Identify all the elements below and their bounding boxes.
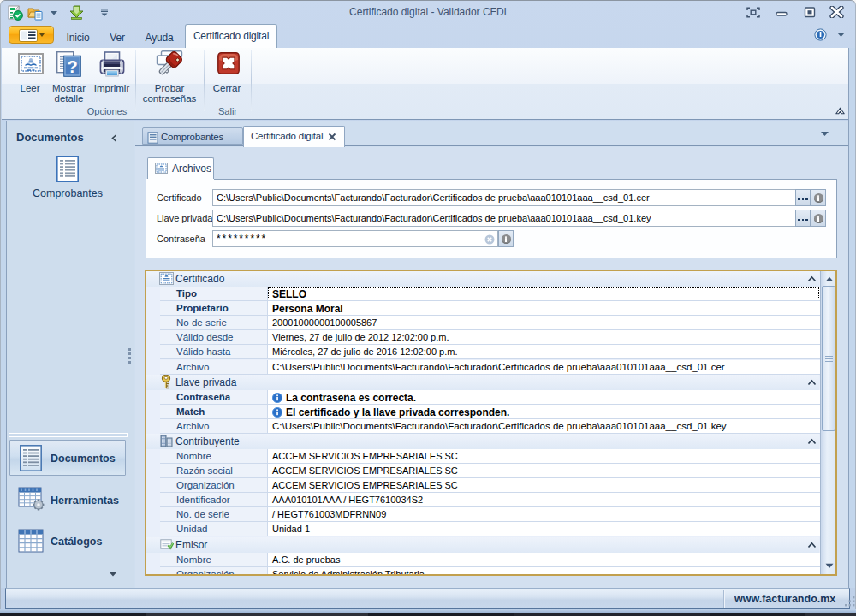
svg-text:?: ? [67, 57, 77, 76]
